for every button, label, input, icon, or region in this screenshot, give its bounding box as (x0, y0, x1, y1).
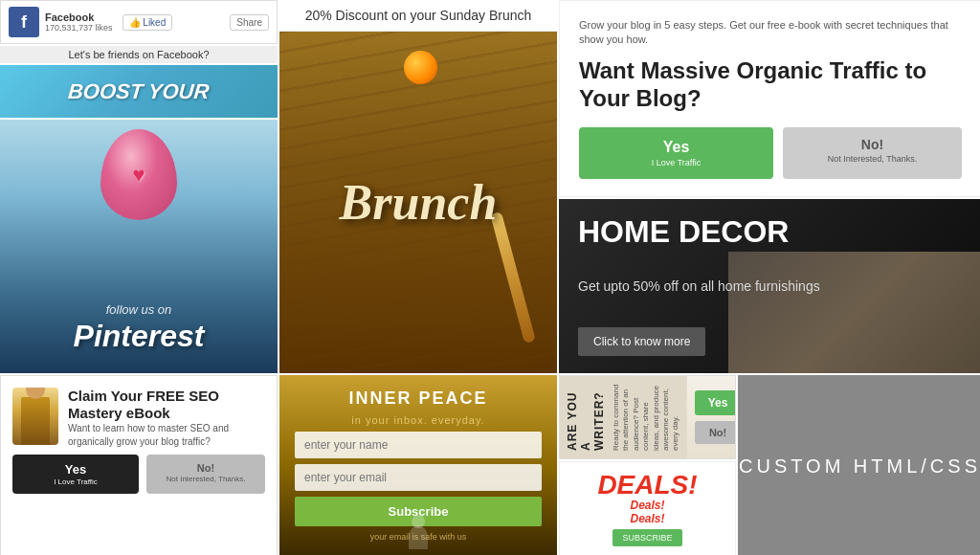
cell-organic-home-decor: Grow your blog in 5 easy steps. Get our … (559, 0, 980, 373)
organic-small-text: Grow your blog in 5 easy steps. Get our … (579, 18, 962, 48)
pinterest-egg: ♥ (100, 129, 177, 220)
organic-buttons: Yes I Love Traffic No! Not Interested, T… (579, 127, 962, 179)
figure-body (409, 525, 428, 549)
inner-peace-title: INNER PEACE (348, 388, 487, 409)
custom-html-label: Custom HTML/CSS (739, 455, 980, 477)
seo-avatar (12, 388, 58, 445)
cell-custom-html: Custom HTML/CSS (738, 375, 980, 555)
facebook-bar: f Facebook 170,531,737 likes 👍 Liked Sha… (0, 0, 278, 44)
writer-yes-button[interactable]: Yes (695, 390, 736, 415)
home-decor-card: Home Decor Get upto 50% off on all home … (559, 199, 980, 373)
inner-peace-subtitle: in your inbox. everyday. (351, 414, 484, 426)
facebook-logo: f (9, 7, 39, 37)
facebook-top-label: Let's be friends on Facebook? (0, 46, 278, 63)
seo-text: Claim Your FREE SEO Mastery eBook Want t… (68, 388, 265, 449)
seo-no-button[interactable]: No! Not Interested, Thanks. (146, 455, 265, 494)
writer-box: ARE YOU A WRITER? Ready to command the a… (559, 375, 736, 459)
pinterest-name: Pinterest (74, 319, 205, 354)
seo-body: Want to learn how to master SEO and orga… (68, 422, 265, 449)
orange-icon (404, 51, 437, 84)
pinterest-section: ♥ follow us on Pinterest (0, 120, 278, 373)
heart-icon: ♥ (132, 163, 145, 188)
seo-head (26, 388, 45, 399)
facebook-like-button[interactable]: 👍 Liked (122, 14, 173, 31)
writer-no-button[interactable]: No! (695, 421, 736, 444)
writer-buttons: Yes No! (687, 376, 736, 458)
seo-buttons: Yes I Love Traffic No! Not Interested, T… (12, 455, 265, 494)
bread-stick (490, 211, 536, 344)
seo-figure (21, 397, 50, 445)
deals-box: DEALS! Deals! Deals! SUBSCRIBE (559, 461, 736, 555)
home-decor-title: Home Decor (578, 216, 963, 247)
are-you-writer-text: ARE YOU A WRITER? (566, 384, 606, 451)
cell-facebook-pinterest: f Facebook 170,531,737 likes 👍 Liked Sha… (0, 0, 278, 373)
deals-subtitle: Deals! (630, 499, 664, 512)
facebook-info: Facebook 170,531,737 likes (45, 11, 113, 33)
facebook-likes: 170,531,737 likes (45, 23, 113, 33)
seo-title: Claim Your FREE SEO Mastery eBook (68, 388, 265, 422)
home-decor-subtitle: Get upto 50% off on all home furnishings (578, 278, 963, 297)
organic-traffic-card: Grow your blog in 5 easy steps. Get our … (559, 0, 980, 197)
seo-yes-button[interactable]: Yes I Love Traffic (12, 455, 139, 494)
seo-top: Claim Your FREE SEO Mastery eBook Want t… (12, 388, 265, 449)
cell-writer-deals: ARE YOU A WRITER? Ready to command the a… (559, 375, 736, 555)
brunch-wood-bg: Brunch (279, 32, 557, 373)
home-decor-bg (728, 252, 980, 373)
deals-sub2: Deals! (630, 512, 664, 525)
cell-seo: Claim Your FREE SEO Mastery eBook Want t… (0, 375, 278, 555)
follow-us-text: follow us on (106, 302, 172, 317)
inner-peace-email-input[interactable] (295, 464, 542, 491)
boost-text: BOOST YOUR (67, 79, 211, 104)
deals-title: DEALS! (597, 472, 697, 499)
deals-subscribe-button[interactable]: SUBSCRIBE (612, 529, 681, 546)
organic-yes-button[interactable]: Yes I Love Traffic (579, 127, 773, 179)
cell-inner-peace: INNER PEACE in your inbox. everyday. Sub… (279, 375, 557, 555)
writer-rotated-text: ARE YOU A WRITER? Ready to command the a… (560, 376, 687, 458)
boost-your-banner: BOOST YOUR (0, 65, 278, 118)
organic-headline: Want Massive Organic Traffic to Your Blo… (579, 57, 962, 113)
writer-body-text: Ready to command the attention of an aud… (612, 384, 681, 451)
brunch-title: Brunch (340, 174, 498, 231)
facebook-page-name: Facebook (45, 11, 113, 23)
brunch-image: Brunch (279, 32, 557, 373)
cell-brunch: 20% Discount on your Sunday Brunch Brunc… (279, 0, 557, 373)
organic-no-button[interactable]: No! Not Interested, Thanks. (783, 127, 962, 179)
brunch-header: 20% Discount on your Sunday Brunch (279, 0, 557, 32)
home-decor-cta-button[interactable]: Click to know more (578, 327, 705, 356)
inner-peace-name-input[interactable] (295, 432, 542, 458)
facebook-share-button[interactable]: Share (230, 14, 269, 31)
